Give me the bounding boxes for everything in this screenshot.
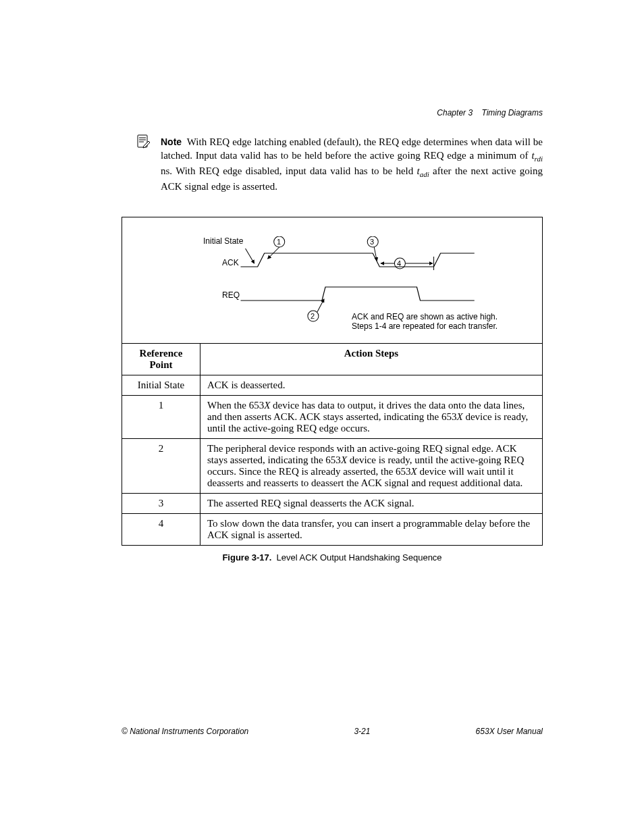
- marker-2: 2: [311, 312, 315, 320]
- act-cell: ACK is deasserted.: [200, 375, 543, 396]
- marker-3: 3: [370, 238, 374, 246]
- marker-1: 1: [277, 238, 281, 246]
- page: Chapter 3 Timing Diagrams Note With REQ …: [0, 0, 644, 834]
- figure-box: Initial State ACK REQ 1 3 4 2 ACK and RE…: [122, 217, 543, 546]
- timing-diagram: Initial State ACK REQ 1 3 4 2 ACK and RE…: [122, 217, 542, 343]
- var-t1-sub: rdi: [535, 155, 543, 163]
- note-label: Note: [161, 136, 182, 147]
- ref-cell: Initial State: [122, 375, 200, 396]
- figure-number: Figure 3-17.: [222, 552, 271, 563]
- col-header-reference: Reference Point: [122, 344, 200, 375]
- note-text: Note With REQ edge latching enabled (def…: [161, 135, 543, 193]
- note-pre: With REQ edge latching enabled (default)…: [161, 136, 543, 161]
- act-cell: The peripheral device responds with an a…: [200, 439, 543, 494]
- diagram-note-2: Steps 1-4 are repeated for each transfer…: [352, 321, 498, 331]
- ref-cell: 4: [122, 514, 200, 546]
- table-row: 1When the 653X device has data to output…: [122, 396, 542, 439]
- note-mid: ns. With REQ edge disabled, input data v…: [161, 165, 417, 176]
- ref-cell: 3: [122, 494, 200, 514]
- var-t2-sub: adi: [420, 170, 429, 178]
- figure-caption: Figure 3-17. Level ACK Output Handshakin…: [122, 552, 543, 563]
- svg-line-5: [246, 249, 254, 263]
- marker-4: 4: [397, 259, 401, 267]
- ref-cell: 1: [122, 396, 200, 439]
- footer-copyright: © National Instruments Corporation: [122, 727, 248, 736]
- col-header-action: Action Steps: [200, 344, 543, 375]
- table-row: 2The peripheral device responds with an …: [122, 439, 542, 494]
- chapter-label: Chapter 3: [437, 108, 473, 118]
- figure-title: Level ACK Output Handshaking Sequence: [277, 552, 442, 563]
- svg-line-8: [317, 299, 324, 312]
- act-cell: The asserted REQ signal deasserts the AC…: [200, 494, 543, 514]
- note-block: Note With REQ edge latching enabled (def…: [122, 135, 543, 193]
- ack-label: ACK: [222, 258, 239, 267]
- footer-page-number: 3-21: [354, 727, 370, 736]
- page-header: Chapter 3 Timing Diagrams: [437, 108, 543, 118]
- note-icon: [135, 134, 154, 193]
- req-label: REQ: [222, 290, 240, 300]
- table-row: 3The asserted REQ signal deasserts the A…: [122, 494, 542, 514]
- table-row: Initial StateACK is deasserted.: [122, 375, 542, 396]
- table-row: 4To slow down the data transfer, you can…: [122, 514, 542, 546]
- footer-manual-title: 653X User Manual: [476, 727, 543, 736]
- page-footer: © National Instruments Corporation 3-21 …: [122, 727, 543, 736]
- act-cell: When the 653X device has data to output,…: [200, 396, 543, 439]
- initial-state-label: Initial State: [203, 236, 243, 246]
- diagram-note-1: ACK and REQ are shown as active high.: [352, 312, 498, 321]
- action-steps-table: Reference Point Action Steps Initial Sta…: [122, 343, 542, 545]
- act-cell: To slow down the data transfer, you can …: [200, 514, 543, 546]
- section-label: Timing Diagrams: [481, 108, 543, 118]
- ref-cell: 2: [122, 439, 200, 494]
